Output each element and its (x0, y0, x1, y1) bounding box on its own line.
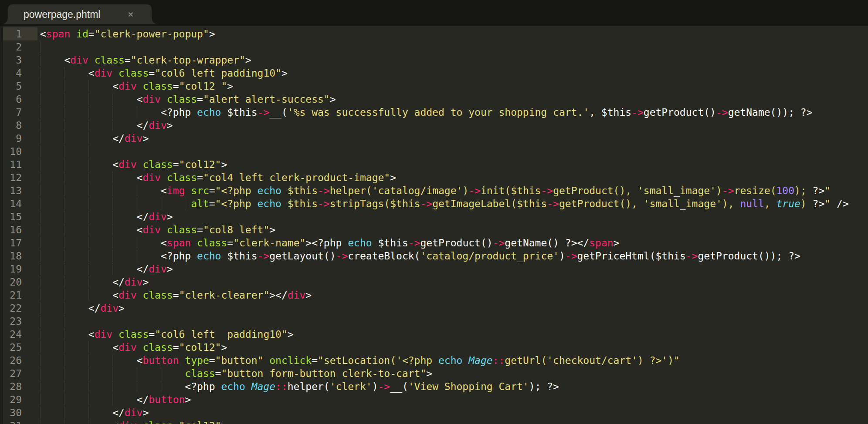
code-token: < (112, 342, 119, 353)
code-line[interactable]: 22</div> (0, 302, 868, 315)
code-token: -> (493, 237, 505, 249)
indent-guide (40, 289, 41, 301)
indent-guide (112, 237, 113, 249)
indent-guide (40, 41, 41, 53)
code-text: </div> (0, 132, 149, 145)
code-line[interactable]: 10 (0, 145, 868, 158)
code-line[interactable]: 20</div> (0, 276, 868, 289)
line-number: 15 (0, 210, 22, 223)
indent-guide (40, 329, 41, 340)
code-line[interactable]: 7<?php echo $this->__('%s was successful… (0, 106, 868, 119)
code-line[interactable]: 16<div class="col8 left"> (0, 223, 868, 236)
code-text: <div class="clerk-top-wrapper"> (0, 54, 251, 67)
code-line[interactable]: 24<div class="col6 left padding10"> (0, 328, 868, 341)
code-token: > (142, 276, 149, 288)
code-line[interactable]: 23 (0, 315, 868, 328)
code-token: = (312, 355, 318, 366)
code-token: div (125, 407, 143, 418)
indent-guide (88, 81, 89, 92)
code-token: > (245, 54, 251, 66)
code-line[interactable]: 12<div class="col4 left clerk-product-im… (0, 171, 868, 184)
code-token: -> (686, 250, 698, 262)
code-line[interactable]: 15</div> (0, 210, 868, 223)
code-token: div (288, 289, 306, 301)
indent-guide (40, 185, 41, 196)
code-line[interactable]: 13<img src="<?php echo $this->helper('ca… (0, 184, 868, 197)
code-token: div (100, 303, 119, 314)
code-line[interactable]: 29</button> (0, 393, 868, 406)
indent-guide (64, 185, 64, 196)
line-number: 9 (0, 132, 22, 145)
code-line[interactable]: 19</div> (0, 262, 868, 276)
close-icon[interactable]: × (128, 9, 133, 20)
code-line[interactable]: 14alt="<?php echo $this->stripTags($this… (0, 197, 868, 210)
code-token: < (112, 420, 119, 424)
code-token: createBlock( (348, 250, 420, 262)
code-token: > (167, 211, 173, 222)
code-line[interactable]: 5<div class="col12 "> (0, 80, 868, 93)
code-token: = (197, 94, 203, 105)
code-line[interactable]: 17<span class="clerk-name"><?php echo $t… (0, 236, 868, 249)
code-token: getImageLabel($this (432, 198, 547, 209)
code-line[interactable]: 28<?php echo Mage::helper('clerk')->__('… (0, 380, 868, 393)
code-token: -> (716, 107, 728, 118)
indent-guide (112, 368, 113, 379)
code-line[interactable]: 9</div> (0, 132, 868, 145)
code-line[interactable]: 30</div> (0, 406, 868, 419)
code-line[interactable]: 18<?php echo $this->getLayout()->createB… (0, 249, 868, 262)
code-token: = (209, 185, 215, 196)
code-token: div (142, 94, 161, 105)
code-token: ); (794, 185, 813, 196)
code-token: null (740, 198, 764, 209)
code-token: getProduct()); ?> (698, 250, 800, 262)
code-line[interactable]: 21<div class="clerk-clearer"></div> (0, 289, 868, 302)
code-token: > (269, 224, 275, 236)
code-line[interactable]: 27class="button form-button clerk-to-car… (0, 367, 868, 380)
code-token: = (173, 81, 179, 92)
indent-guide (64, 303, 64, 314)
code-token: div (95, 329, 113, 340)
code-token: "clerk-clearer" (179, 289, 270, 301)
code-token: < (64, 54, 70, 66)
code-text: <div class="col6 left padding10"> (0, 328, 294, 341)
code-token: " (824, 185, 831, 196)
indent-guide (64, 289, 64, 301)
code-token: $this (288, 198, 318, 209)
code-editor[interactable]: 1<span id="clerk-power-popup">23<div cla… (0, 26, 868, 424)
code-line[interactable]: 26<button type="button" onclick="setLoca… (0, 354, 868, 367)
code-text: <div class="clerk-clearer"></div> (0, 289, 312, 302)
indent-guide (112, 120, 113, 131)
code-text: </div> (0, 119, 173, 132)
code-line[interactable]: 31<div class="col12"> (0, 419, 868, 424)
code-token: div (119, 159, 137, 170)
code-token: = (149, 329, 155, 340)
indent-guide (88, 159, 89, 170)
line-number: 18 (0, 249, 22, 262)
code-token: getProduct(), 'small_image'), (559, 198, 740, 209)
code-token: </ (137, 211, 149, 222)
code-line[interactable]: 25<div class="col12"> (0, 341, 868, 354)
code-token: echo (221, 381, 251, 392)
line-number: 6 (0, 93, 22, 106)
code-text: <div class="alert alert-success"> (0, 93, 336, 106)
code-line[interactable]: 6<div class="alert alert-success"> (0, 93, 868, 106)
code-token: getName()); ?> (728, 107, 813, 118)
indent-guide (40, 420, 41, 424)
code-token: > (167, 263, 173, 275)
code-line[interactable]: 3<div class="clerk-top-wrapper"> (0, 54, 868, 67)
code-line[interactable]: 8</div> (0, 119, 868, 132)
code-text: <div class="col12"> (0, 341, 227, 354)
code-token (137, 159, 143, 170)
code-token: class (167, 224, 197, 236)
code-line[interactable]: 1<span id="clerk-power-popup"> (0, 27, 868, 40)
code-line[interactable]: 4<div class="col6 left padding10"> (0, 67, 868, 80)
code-line[interactable]: 11<div class="col12"> (0, 158, 868, 171)
code-token: $this (378, 237, 408, 249)
indent-guide (40, 94, 41, 105)
code-token: -> (631, 107, 644, 118)
code-line[interactable]: 2 (0, 40, 868, 54)
code-text: </button> (0, 393, 191, 406)
indent-guide (112, 107, 113, 118)
code-token: -> (318, 185, 330, 196)
tab-powerpage[interactable]: powerpage.phtml × (8, 4, 152, 24)
